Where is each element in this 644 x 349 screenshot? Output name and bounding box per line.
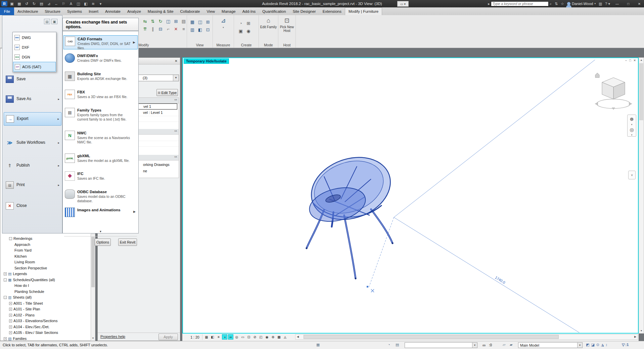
close-icon[interactable]: ✕	[174, 58, 179, 63]
file-menu-export[interactable]: → Export ▸	[4, 112, 61, 126]
drag-on-selection-icon[interactable]: ↕	[606, 343, 608, 347]
cad-format-dgn[interactable]: DGN DGN	[13, 52, 56, 62]
filter-icon[interactable]: ▽	[622, 343, 625, 347]
tree-item[interactable]: Kitchen	[1, 254, 90, 260]
file-menu-save[interactable]: Save	[4, 73, 61, 86]
ribbon-tab[interactable]: Extensions	[319, 7, 345, 15]
sun-path-icon[interactable]: ☀	[216, 334, 221, 340]
ribbon-icon[interactable]: ≡	[180, 26, 187, 32]
reveal-constraints-icon[interactable]: ▩	[276, 334, 282, 340]
temporary-hide-isolate-icon[interactable]: ∞	[228, 334, 233, 340]
crop-view-icon[interactable]: ▭	[240, 334, 245, 340]
panel-label-view[interactable]: View	[187, 43, 213, 47]
ribbon-icon[interactable]: ▦	[189, 18, 196, 25]
aligned-dimension-icon[interactable]: ↔	[53, 1, 59, 6]
view-restore-icon[interactable]: □	[629, 59, 631, 62]
thin-lines-icon[interactable]: ≋	[90, 1, 96, 6]
revit-logo[interactable]: R	[1, 1, 7, 6]
viewcube[interactable]	[595, 73, 632, 110]
show-crop-region-icon[interactable]: ⊡	[246, 334, 251, 340]
ribbon-icon[interactable]: ⊞	[204, 18, 211, 25]
ribbon-tab[interactable]: View	[203, 7, 218, 15]
zoom-icon[interactable]: ◎	[628, 126, 636, 133]
ribbon-display-toggle[interactable]: ▭▾	[397, 1, 409, 7]
panel-label-create[interactable]: Create	[234, 43, 259, 47]
detail-level-icon[interactable]: ▦	[204, 334, 209, 340]
tree-expander[interactable]: -	[9, 237, 12, 240]
tree-item[interactable]: + A104 - Elev./Sec./Det.	[1, 324, 90, 330]
flyout-scroll-down-icon[interactable]: ▼	[99, 230, 102, 233]
tree-item[interactable]: From Yard	[1, 248, 90, 254]
export-fbx[interactable]: FBX FBX Saves a 3D view as an FBX file.	[63, 89, 138, 103]
ribbon-tab[interactable]: Modify | Furniture	[345, 7, 382, 15]
search-go-icon[interactable]: ⌕	[550, 2, 552, 6]
design-options-icon[interactable]: ▱	[503, 343, 505, 347]
file-menu-publish[interactable]: ⇑ Publish ▸	[4, 159, 61, 172]
ribbon-icon[interactable]: ⊞	[173, 18, 179, 25]
scroll-up-icon[interactable]: ▲	[639, 58, 644, 62]
tree-item[interactable]: + A103 - Elevations/Sections	[1, 318, 90, 324]
horizontal-scrollbar[interactable]: ◀ ▶	[295, 334, 638, 340]
workset-icon[interactable]: ◔	[388, 343, 390, 347]
favorites-icon[interactable]: ☆	[561, 2, 564, 6]
select-by-face-icon[interactable]: ◮	[601, 343, 604, 347]
close-button[interactable]: ✕	[635, 1, 643, 7]
cad-format-dxf[interactable]: DXF DXF	[13, 42, 56, 52]
export-ifc[interactable]: ❖ IFC Saves an IFC file.	[63, 170, 138, 185]
export-cad-formats[interactable]: CAD CAD Formats Creates DWG, DXF, DGN, o…	[63, 35, 138, 49]
tree-expander[interactable]: +	[9, 302, 12, 305]
chevron-down-icon[interactable]: ▾	[631, 134, 633, 136]
signed-in-user[interactable]: Daniel-Wood ▾	[567, 2, 596, 6]
tree-item[interactable]: - Renderings	[1, 236, 90, 242]
tree-expander[interactable]: +	[9, 319, 12, 322]
editable-only-icon[interactable]: ∞	[482, 343, 486, 348]
tree-expander[interactable]: +	[4, 337, 7, 340]
active-workset-select[interactable]: ▼	[405, 342, 477, 348]
minimize-button[interactable]: —	[613, 1, 621, 7]
open-icon[interactable]: ▣	[9, 1, 15, 6]
worksharing-display-icon[interactable]: ◬	[282, 334, 288, 340]
temporary-hide-isolate-banner[interactable]: Temporary Hide/Isolate	[184, 58, 229, 64]
ribbon-tab[interactable]: Annotate	[102, 7, 124, 15]
file-menu-suite-workflows[interactable]: ≫ Suite Workflows ▸	[4, 136, 61, 149]
export-dwf[interactable]: DWF/DWFx Creates DWF or DWFx files.	[63, 52, 138, 67]
tree-expander[interactable]: +	[9, 308, 12, 311]
ribbon-icon[interactable]: ▤	[180, 18, 187, 25]
ribbon-icon[interactable]: ⊡	[204, 26, 211, 33]
tree-item[interactable]: + A101 - Site Plan	[1, 306, 90, 312]
scroll-right-icon[interactable]: ▶	[633, 335, 638, 339]
export-family-types[interactable]: ▤ Family Types Exports family types from…	[63, 107, 138, 128]
worksharing-icon[interactable]: ▦	[316, 343, 320, 347]
properties-help-link[interactable]: Properties help	[100, 335, 125, 339]
chair-model[interactable]	[303, 147, 399, 279]
tree-item[interactable]: + A001 - Title Sheet	[1, 301, 90, 307]
export-building-site[interactable]: ▦ Building Site Exports an ADSK exchange…	[63, 71, 138, 85]
drawing-area[interactable]: 1740.0	[182, 57, 639, 334]
tree-item[interactable]: Approach	[1, 242, 90, 248]
vertical-scrollbar[interactable]: ▲ ▼	[639, 57, 644, 334]
home-icon[interactable]	[595, 73, 599, 78]
scrollbar-thumb[interactable]	[304, 335, 559, 339]
edit-family-button[interactable]: ⌂ Edit Family	[260, 17, 278, 29]
scroll-down-icon[interactable]: ▼	[91, 336, 95, 341]
scroll-down-icon[interactable]: ▼	[639, 329, 644, 333]
exit-revit-button[interactable]: Exit Revit	[118, 238, 137, 246]
ribbon-tab[interactable]: File	[0, 7, 14, 15]
select-underlay-icon[interactable]: ◪	[591, 343, 594, 347]
cad-format-acis-sat[interactable]: SAT ACIS (SAT)	[13, 62, 56, 72]
ribbon-tab[interactable]: Systems	[64, 7, 85, 15]
tree-expander[interactable]: -	[4, 278, 7, 281]
ribbon-tab[interactable]: Structure	[41, 7, 64, 15]
undo-icon[interactable]: ↺	[24, 1, 30, 6]
tree-expander[interactable]: +	[9, 314, 12, 317]
chevron-down-icon[interactable]: ▾	[631, 124, 633, 125]
tree-expander[interactable]: +	[9, 325, 12, 329]
ribbon-tab[interactable]: Manage	[218, 7, 239, 15]
export-odbc[interactable]: ODBC Database Saves model data to an ODB…	[63, 188, 138, 203]
workset-sync-icon[interactable]: ▤	[396, 343, 399, 347]
pick-new-host-button[interactable]: ⊡ Pick New Host	[278, 17, 296, 33]
select-pinned-icon[interactable]: ⊙	[596, 343, 599, 347]
ribbon-tab[interactable]: Analyze	[124, 7, 144, 15]
ribbon-icon[interactable]: ⊞	[245, 20, 252, 27]
tree-expander[interactable]: -	[4, 296, 7, 299]
